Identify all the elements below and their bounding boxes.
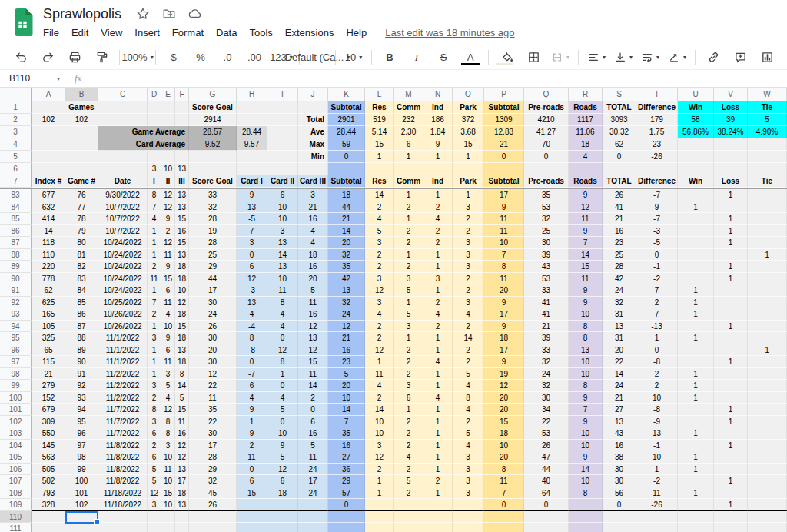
cell-Q6[interactable]	[524, 163, 569, 175]
cell-V97[interactable]: 1	[714, 356, 748, 368]
cell-A104[interactable]: 145	[32, 440, 65, 452]
cell-D99[interactable]: 3	[148, 380, 161, 392]
cell-P85[interactable]: 11	[484, 213, 524, 225]
cell-B110[interactable]	[65, 511, 98, 524]
cell-T6[interactable]	[636, 163, 678, 175]
cell-P7[interactable]: Subtotal	[484, 175, 524, 188]
cell-A94[interactable]: 105	[32, 321, 65, 333]
cell-L4[interactable]: 15	[365, 138, 394, 151]
cell-V2[interactable]: 39	[714, 114, 748, 126]
cell-L109[interactable]	[365, 499, 394, 511]
cell-V110[interactable]	[714, 511, 748, 524]
cell-E102[interactable]: 8	[161, 416, 175, 428]
cell-S1[interactable]: TOTAL	[603, 101, 636, 114]
cell-W5[interactable]	[748, 151, 787, 163]
cell-U99[interactable]: 1	[678, 380, 714, 392]
cell-M94[interactable]: 3	[394, 321, 423, 333]
cell-D91[interactable]: 1	[148, 284, 161, 297]
cell-O109[interactable]	[453, 499, 484, 511]
cell-G104[interactable]: 17	[189, 440, 237, 452]
row-header-86[interactable]: 86	[0, 225, 32, 238]
cell-H89[interactable]: 6	[237, 261, 267, 273]
cell-R92[interactable]: 9	[569, 297, 603, 309]
column-header-P[interactable]: P	[484, 88, 524, 101]
cell-W88[interactable]: 1	[748, 249, 787, 261]
cell-H1[interactable]	[237, 101, 267, 114]
cell-T91[interactable]: 7	[636, 284, 678, 297]
cell-T98[interactable]: 2	[636, 368, 678, 381]
cell-C87[interactable]: 10/24/2022	[98, 237, 148, 249]
cell-M101[interactable]: 1	[394, 404, 423, 416]
cell-I6[interactable]	[267, 163, 298, 175]
cell-C110[interactable]	[98, 511, 148, 524]
cell-C103[interactable]: 11/7/2022	[98, 427, 148, 440]
horizontal-align-button[interactable]: ▾	[583, 48, 609, 67]
cell-Q102[interactable]: 22	[524, 416, 569, 428]
cell-P5[interactable]: 0	[484, 151, 524, 163]
cell-P96[interactable]: 17	[484, 344, 524, 357]
cell-W3[interactable]: 4.90%	[748, 126, 787, 138]
cell-F94[interactable]: 15	[175, 321, 189, 333]
cell-Q86[interactable]: 25	[524, 225, 569, 238]
cell-M1[interactable]: Comm	[394, 101, 423, 114]
cell-I110[interactable]	[267, 511, 298, 524]
insert-chart-button[interactable]	[754, 48, 780, 67]
cell-W109[interactable]	[748, 499, 787, 511]
cell-Q87[interactable]: 30	[524, 237, 569, 249]
cell-K102[interactable]: 7	[328, 416, 365, 428]
cell-D101[interactable]: 8	[148, 404, 161, 416]
cell-E93[interactable]: 4	[161, 308, 175, 321]
cell-K109[interactable]: 0	[328, 499, 365, 511]
cell-F102[interactable]: 11	[175, 416, 189, 428]
cell-U97[interactable]	[678, 356, 714, 368]
cell-D108[interactable]: 12	[148, 487, 161, 500]
cell-E95[interactable]: 9	[161, 332, 175, 344]
cell-S101[interactable]: 27	[603, 404, 636, 416]
column-header-I[interactable]: I	[267, 88, 298, 101]
cell-M106[interactable]: 2	[394, 464, 423, 476]
column-header-W[interactable]: W	[748, 88, 787, 101]
cell-V92[interactable]	[714, 297, 748, 309]
cell-H111[interactable]	[237, 523, 267, 532]
cell-T84[interactable]: 9	[636, 201, 678, 214]
cell-O104[interactable]: 4	[453, 440, 484, 452]
cell-W96[interactable]: 1	[748, 344, 787, 357]
cell-O91[interactable]: 2	[453, 284, 484, 297]
cell-O99[interactable]: 4	[453, 380, 484, 392]
cell-P2[interactable]: 1309	[484, 114, 524, 126]
merge-cells-button[interactable]: ▾	[547, 48, 573, 67]
cell-N85[interactable]: 4	[423, 213, 453, 225]
cell-A105[interactable]: 563	[32, 451, 65, 464]
cell-P110[interactable]	[484, 511, 524, 524]
cell-O105[interactable]: 3	[453, 451, 484, 464]
row-header-111[interactable]: 111	[0, 523, 32, 532]
cell-O101[interactable]: 4	[453, 404, 484, 416]
cell-L95[interactable]: 2	[365, 332, 394, 344]
cell-H5[interactable]	[237, 151, 267, 163]
cell-K4[interactable]: 59	[328, 138, 365, 151]
cell-U91[interactable]: 1	[678, 284, 714, 297]
cell-C109[interactable]: 11/18/2022	[98, 499, 148, 511]
cell-J93[interactable]: 16	[298, 308, 328, 321]
format-percent-button[interactable]: %	[188, 48, 214, 67]
cell-J94[interactable]: 12	[298, 321, 328, 333]
row-header-96[interactable]: 96	[0, 344, 32, 357]
column-header-K[interactable]: K	[328, 88, 365, 101]
cell-D106[interactable]: 5	[148, 464, 161, 476]
cell-S88[interactable]: 25	[603, 249, 636, 261]
cell-W98[interactable]	[748, 368, 787, 381]
cell-H102[interactable]: 1	[237, 416, 267, 428]
cell-N91[interactable]: 1	[423, 284, 453, 297]
cell-W1[interactable]: Tie	[748, 101, 787, 114]
cell-D87[interactable]: 1	[148, 237, 161, 249]
cell-M108[interactable]: 2	[394, 487, 423, 500]
cell-H6[interactable]	[237, 163, 267, 175]
cell-N88[interactable]: 1	[423, 249, 453, 261]
cell-F86[interactable]: 16	[175, 225, 189, 238]
cell-P95[interactable]: 18	[484, 332, 524, 344]
cell-M107[interactable]: 5	[394, 475, 423, 487]
cell-U84[interactable]: 1	[678, 201, 714, 214]
cell-W4[interactable]	[748, 138, 787, 151]
cell-I91[interactable]: 11	[267, 284, 298, 297]
move-to-folder-icon[interactable]	[162, 6, 178, 22]
